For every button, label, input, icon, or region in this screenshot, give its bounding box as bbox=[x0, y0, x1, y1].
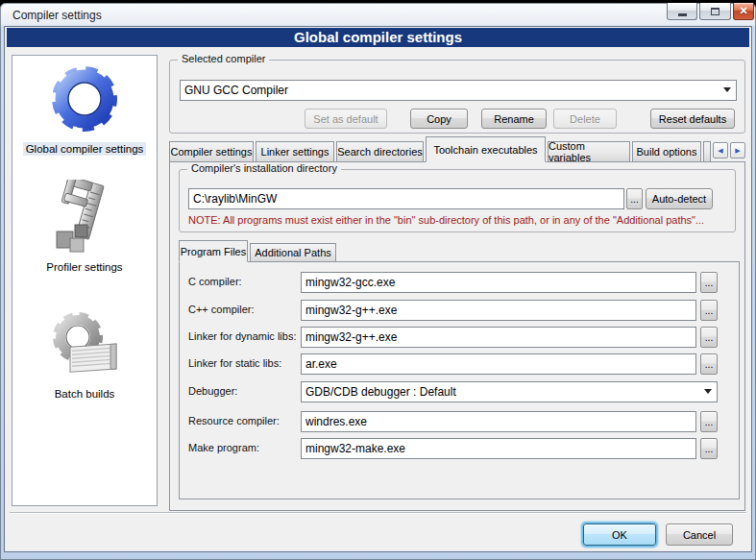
caliper-icon bbox=[47, 180, 122, 255]
compiler-select-value: GNU GCC Compiler bbox=[184, 84, 288, 97]
chevron-down-icon bbox=[704, 389, 712, 394]
linker-static-browse-button[interactable]: ... bbox=[700, 353, 718, 375]
sidebar-item-label: Global compiler settings bbox=[23, 142, 147, 156]
page-title: Global compiler settings bbox=[7, 28, 749, 47]
resource-compiler-label: Resource compiler: bbox=[188, 415, 280, 426]
debugger-label: Debugger: bbox=[188, 385, 237, 397]
tab-linker-settings[interactable]: Linker settings bbox=[256, 141, 334, 162]
resource-compiler-input[interactable] bbox=[301, 411, 696, 432]
linker-static-label: Linker for static libs: bbox=[188, 357, 281, 369]
linker-dynamic-label: Linker for dynamic libs: bbox=[188, 330, 297, 342]
blue-gear-icon bbox=[47, 61, 122, 136]
chevron-down-icon bbox=[723, 87, 731, 92]
make-program-label: Make program: bbox=[188, 442, 259, 453]
tab-toolchain-executables[interactable]: Toolchain executables bbox=[426, 136, 546, 162]
bin-subdirectory-note: NOTE: All programs must exist either in … bbox=[188, 214, 704, 226]
auto-detect-button[interactable]: Auto-detect bbox=[646, 188, 713, 209]
c-compiler-input[interactable] bbox=[301, 272, 696, 293]
tab-overflow[interactable] bbox=[703, 141, 711, 162]
c-compiler-label: C compiler: bbox=[188, 276, 242, 287]
close-icon: ✕ bbox=[739, 6, 747, 16]
window-title: Compiler settings bbox=[12, 9, 102, 22]
sidebar-item-label: Batch builds bbox=[52, 387, 118, 401]
tab-build-options[interactable]: Build options bbox=[632, 141, 701, 162]
rename-button[interactable]: Rename bbox=[481, 109, 547, 129]
linker-static-input[interactable] bbox=[301, 353, 696, 375]
compiler-settings-window: Compiler settings ✕ Global compiler sett… bbox=[0, 0, 756, 560]
sidebar-item-batch-builds[interactable]: Batch builds bbox=[12, 306, 157, 402]
settings-category-list: Global compiler settings bbox=[12, 55, 158, 506]
minimize-button[interactable] bbox=[667, 3, 697, 20]
tab-scroll-right-button[interactable]: ▶ bbox=[730, 142, 745, 158]
make-program-input[interactable] bbox=[301, 438, 696, 459]
installation-directory-browse-button[interactable]: ... bbox=[626, 188, 643, 209]
cancel-button[interactable]: Cancel bbox=[666, 523, 733, 546]
maximize-icon bbox=[711, 8, 719, 15]
program-files-panel bbox=[179, 261, 740, 499]
close-button[interactable]: ✕ bbox=[733, 3, 754, 20]
minimize-icon bbox=[678, 13, 687, 16]
footer-separator bbox=[10, 512, 746, 514]
cpp-compiler-label: C++ compiler: bbox=[188, 304, 254, 315]
tab-search-directories[interactable]: Search directories bbox=[336, 141, 424, 162]
sidebar-item-label: Profiler settings bbox=[43, 260, 125, 274]
ok-button[interactable]: OK bbox=[583, 523, 656, 546]
make-program-browse-button[interactable]: ... bbox=[700, 438, 718, 459]
compiler-select[interactable]: GNU GCC Compiler bbox=[180, 80, 737, 101]
selected-compiler-group: Selected compiler GNU GCC Compiler Set a… bbox=[169, 60, 745, 134]
copy-button[interactable]: Copy bbox=[410, 109, 468, 129]
sidebar-item-global-compiler-settings[interactable]: Global compiler settings bbox=[12, 61, 157, 157]
installation-directory-legend: Compiler's installation directory bbox=[187, 162, 341, 174]
arrow-right-icon: ▶ bbox=[735, 147, 740, 155]
c-compiler-browse-button[interactable]: ... bbox=[700, 272, 718, 293]
maximize-button[interactable] bbox=[699, 3, 731, 20]
tab-custom-variables[interactable]: Custom variables bbox=[548, 141, 630, 162]
set-as-default-button[interactable]: Set as default bbox=[305, 109, 387, 129]
linker-dynamic-browse-button[interactable]: ... bbox=[700, 327, 718, 348]
resource-compiler-browse-button[interactable]: ... bbox=[700, 411, 718, 432]
tab-scroll-left-button[interactable]: ◀ bbox=[713, 142, 728, 158]
gray-gear-papers-icon bbox=[47, 306, 122, 381]
reset-defaults-button[interactable]: Reset defaults bbox=[650, 109, 735, 129]
cpp-compiler-browse-button[interactable]: ... bbox=[700, 300, 718, 321]
subtab-program-files[interactable]: Program Files bbox=[179, 240, 248, 262]
debugger-select[interactable]: GDB/CDB debugger : Default bbox=[301, 381, 718, 402]
linker-dynamic-input[interactable] bbox=[301, 327, 696, 348]
cpp-compiler-input[interactable] bbox=[301, 300, 696, 321]
installation-directory-input[interactable] bbox=[188, 188, 624, 209]
selected-compiler-legend: Selected compiler bbox=[178, 53, 269, 64]
delete-button[interactable]: Delete bbox=[553, 109, 617, 129]
sidebar-item-profiler-settings[interactable]: Profiler settings bbox=[12, 180, 157, 275]
tab-compiler-settings[interactable]: Compiler settings bbox=[169, 141, 254, 162]
arrow-left-icon: ◀ bbox=[718, 147, 722, 155]
debugger-select-value: GDB/CDB debugger : Default bbox=[305, 385, 456, 399]
subtab-additional-paths[interactable]: Additional Paths bbox=[250, 243, 336, 262]
